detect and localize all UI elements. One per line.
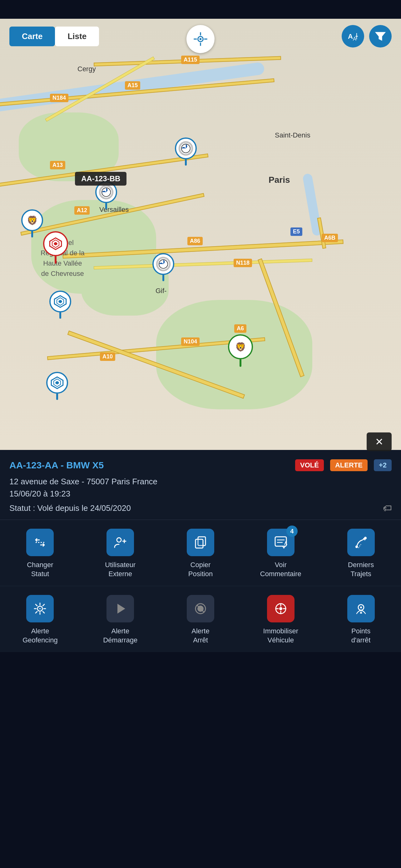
map-pin-peugeot-left[interactable]: 🦁 — [21, 209, 43, 238]
vehicle-address: 12 avenue de Saxe - 75007 Paris France 1… — [9, 475, 392, 500]
action-copier-position[interactable]: CopierPosition — [161, 520, 241, 586]
action-immobiliser-vehicule[interactable]: ImmobiliserVéhicule — [240, 586, 321, 652]
peugeot-logo: 🦁 — [233, 340, 248, 354]
road-label-n118: N118 — [234, 259, 252, 267]
derniers-trajets-icon-wrap — [347, 529, 375, 556]
derniers-trajets-label: DerniersTrajets — [348, 561, 374, 578]
svg-marker-47 — [118, 604, 125, 613]
action-utilisateur-externe[interactable]: UtilisateurExterne — [80, 520, 161, 586]
svg-point-58 — [360, 607, 362, 608]
action-voir-commentaire[interactable]: 4 VoirCommentaire — [240, 520, 321, 586]
pin-tail — [105, 203, 107, 209]
pin-circle — [175, 137, 197, 159]
badge-vole: VOLÉ — [295, 459, 324, 471]
map-pin-bmw-neuilly[interactable] — [175, 137, 197, 165]
road-label-a13: A13 — [50, 161, 65, 169]
svg-marker-6 — [54, 242, 58, 246]
vehicle-title-row: AA-123-AA - BMW X5 VOLÉ ALERTE +2 — [9, 459, 392, 471]
action-alerte-geofencing[interactable]: AlerteGeofencing — [0, 586, 80, 652]
peugeot-logo: 🦁 — [25, 213, 39, 227]
points-arret-label: Pointsd'arrêt — [352, 627, 371, 645]
status-bar — [0, 0, 401, 19]
road-label-a6b: A6B — [322, 234, 338, 242]
pin-circle: 🦁 — [21, 209, 43, 231]
svg-text:A: A — [348, 32, 353, 40]
pin-tail — [162, 275, 164, 281]
renault-logo — [53, 294, 67, 309]
changer-statut-label: ChangerStatut — [27, 561, 53, 578]
action-points-arret[interactable]: Pointsd'arrêt — [321, 586, 401, 652]
actions-grid: ChangerStatut UtilisateurExterne — [0, 520, 401, 652]
action-changer-statut[interactable]: ChangerStatut — [0, 520, 80, 586]
action-derniers-trajets[interactable]: DerniersTrajets — [321, 520, 401, 586]
renault-logo — [48, 237, 63, 251]
badge-alerte: ALERTE — [330, 459, 368, 471]
font-size-btn[interactable]: A A — [342, 25, 364, 48]
renault-logo — [50, 376, 64, 390]
tab-liste[interactable]: Liste — [55, 27, 99, 46]
voir-commentaire-label: VoirCommentaire — [260, 561, 301, 578]
immobiliser-vehicule-icon-wrap — [267, 595, 295, 622]
map-pin-renault-blue[interactable] — [49, 290, 71, 319]
bmw-logo — [179, 141, 193, 156]
road-label-e5: E5 — [291, 227, 302, 236]
tag-icon: 🏷 — [383, 503, 392, 514]
utilisateur-externe-icon-wrap — [106, 529, 134, 556]
map-container: A115 A15 N184 A13 A12 A86 A6B E5 N118 N1… — [0, 19, 401, 450]
alerte-demarrage-icon-wrap — [106, 595, 134, 622]
road-label-a86: A86 — [188, 237, 203, 245]
road-label-n184: N184 — [50, 94, 68, 102]
pin-tail — [31, 231, 33, 238]
svg-rect-31 — [196, 539, 203, 548]
immobiliser-vehicule-label: ImmobiliserVéhicule — [263, 627, 298, 645]
tab-carte[interactable]: Carte — [9, 27, 55, 46]
bmw-logo — [99, 185, 113, 199]
utilisateur-externe-label: UtilisateurExterne — [105, 561, 136, 578]
voir-commentaire-icon-wrap: 4 — [267, 529, 295, 556]
city-label-saint-denis: Saint-Denis — [275, 131, 310, 140]
map-pin-peugeot-green[interactable]: 🦁 — [228, 334, 253, 367]
close-button[interactable]: ✕ — [367, 432, 392, 451]
city-label-cergy: Cergy — [77, 65, 96, 73]
header-right: A A — [342, 25, 392, 48]
vehicle-info: AA-123-AA - BMW X5 VOLÉ ALERTE +2 12 ave… — [0, 450, 401, 520]
pin-circle: 🦁 — [228, 334, 253, 359]
pin-circle — [153, 253, 174, 275]
map-pin-renault-stolen[interactable] — [43, 231, 68, 264]
road-label-a115: A115 — [181, 56, 200, 64]
points-arret-icon-wrap — [347, 595, 375, 622]
road-label-n104: N104 — [181, 337, 200, 346]
svg-line-43 — [43, 604, 44, 606]
svg-marker-11 — [59, 300, 62, 303]
svg-line-42 — [43, 612, 44, 613]
changer-statut-icon-wrap — [26, 529, 54, 556]
svg-point-35 — [356, 546, 358, 548]
alerte-geofencing-label: AlerteGeofencing — [23, 627, 58, 645]
road-label-a6: A6 — [234, 324, 246, 333]
vehicle-title: AA-123-AA - BMW X5 — [9, 460, 289, 470]
action-alerte-demarrage[interactable]: AlerteDémarrage — [80, 586, 161, 652]
pin-circle — [43, 231, 68, 256]
svg-point-52 — [279, 607, 282, 610]
svg-text:A: A — [353, 36, 356, 41]
svg-marker-19 — [376, 32, 385, 40]
filter-btn[interactable] — [369, 25, 392, 48]
location-center-btn[interactable] — [187, 25, 214, 53]
city-label-paris: Paris — [269, 175, 290, 185]
svg-line-44 — [36, 612, 37, 613]
action-alerte-arret[interactable]: AlerteArrêt — [161, 586, 241, 652]
map-pin-bmw-gif[interactable] — [153, 253, 174, 281]
copier-position-icon-wrap — [187, 529, 214, 556]
vehicle-statut: Statut : Volé depuis le 24/05/2020 🏷 — [9, 503, 392, 514]
map-pin-renault-blue-bottom[interactable] — [46, 372, 68, 400]
road-label-a12: A12 — [74, 206, 90, 215]
tab-group: Carte Liste — [9, 27, 99, 46]
pin-tail — [185, 159, 187, 165]
voir-commentaire-badge: 4 — [287, 526, 298, 537]
svg-point-27 — [117, 538, 121, 542]
alerte-arret-label: AlerteArrêt — [192, 627, 209, 645]
pin-tail — [56, 394, 58, 400]
bottom-panel: ✕ AA-123-AA - BMW X5 VOLÉ ALERTE +2 12 a… — [0, 450, 401, 652]
copier-position-label: CopierPosition — [188, 561, 213, 578]
road-label-a10: A10 — [100, 352, 115, 361]
